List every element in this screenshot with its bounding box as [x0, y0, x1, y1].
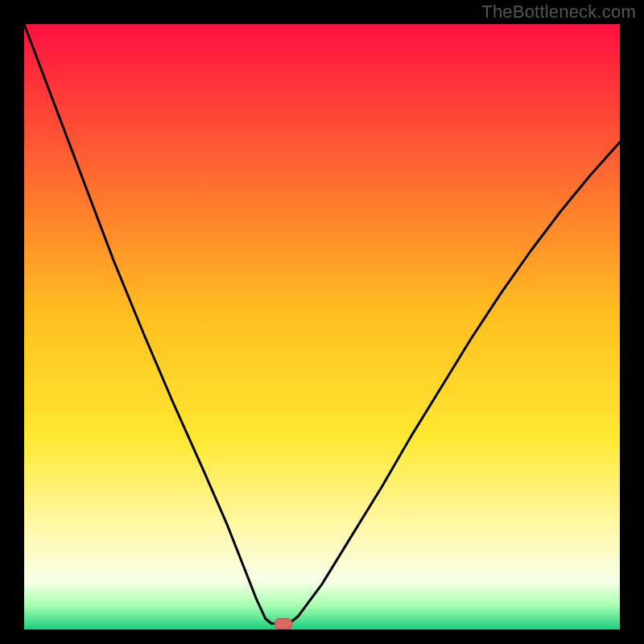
chart-frame: TheBottleneck.com: [0, 0, 644, 644]
bottleneck-chart: [0, 0, 644, 644]
watermark-text: TheBottleneck.com: [481, 2, 636, 23]
optimal-marker: [275, 619, 292, 630]
plot-background: [24, 24, 620, 630]
